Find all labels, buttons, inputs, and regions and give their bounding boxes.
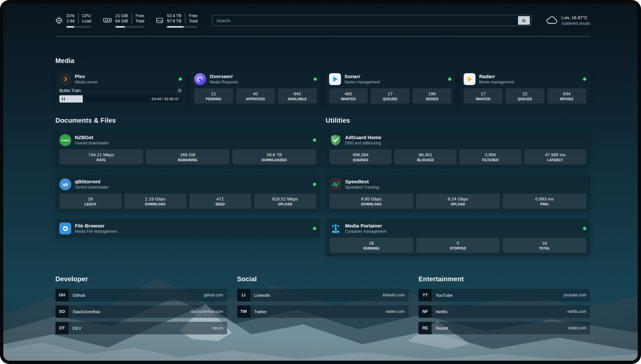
- stat-downloaded: 39.6 TB DOWNLOADED: [232, 149, 316, 165]
- stat-wanted: 485 WANTED: [329, 88, 368, 104]
- bookmark-twitter[interactable]: TW Twitter twitter.com: [237, 305, 409, 318]
- stat-label: DOWNLOAD: [126, 202, 185, 206]
- portainer-card[interactable]: Media Portainer Container management 16 …: [326, 219, 591, 256]
- qbittorrent-stats: 16 LEECH 1.19 Gbps DOWNLOAD 471 SEED: [59, 194, 316, 209]
- stat-label: LATENCY: [526, 158, 585, 162]
- overseerr-status-dot: [314, 77, 317, 81]
- stat-queued: 22 QUEUED: [505, 88, 544, 104]
- disk-total-label: Total: [189, 18, 198, 24]
- filebrowser-card-header: File Browser Media File Management: [59, 223, 316, 234]
- stat-available: 945 AVAILABLE: [278, 88, 317, 104]
- weather-condition: scattered clouds: [562, 21, 590, 26]
- stat-label: QUERIES: [331, 158, 390, 162]
- qbittorrent-card-header: qb qBittorrent Torrent downloader: [59, 178, 316, 190]
- dashboard-content: 31% 2.94 CPU Load: [3, 3, 638, 334]
- sonarr-title: Sonarr: [345, 73, 380, 80]
- bookmark-group-title: Developer: [55, 275, 227, 283]
- now-playing-title: Bullet Train: [59, 88, 81, 93]
- bookmark-netflix[interactable]: NF Netflix netflix.com: [418, 305, 590, 318]
- stat-value: 86,401: [396, 152, 455, 157]
- plex-now-playing-row: Bullet Train ⚙: [59, 88, 182, 93]
- stat-approved: 40 APPROVED: [236, 88, 275, 104]
- portainer-stats: 16 RUNNING 0 STOPPED 16 TOTAL: [330, 238, 587, 253]
- stat-label: FILTERED: [461, 158, 520, 162]
- disk-total-value: 97.9 TB: [167, 18, 181, 24]
- bookmark-github[interactable]: GH Github github.com: [55, 289, 227, 301]
- radarr-stats: 17 WANTED 22 QUEUED 834 MOVIES: [464, 88, 586, 104]
- bookmark-name: LinkedIn: [254, 293, 270, 298]
- stat-label: RUNNING: [331, 247, 412, 250]
- stat-running: 16 RUNNING: [330, 238, 413, 253]
- bookmark-url: twitter.com: [386, 309, 405, 314]
- search-bar: G: [212, 15, 531, 26]
- bookmark-name: Twitter: [254, 309, 267, 314]
- bookmark-url: youtube.com: [564, 293, 586, 297]
- stat-series: 196 SERIES: [412, 88, 451, 104]
- cpu-labels: CPU Load: [78, 13, 91, 24]
- bookmark-stackoverflow[interactable]: SO StackOverflow stackoverflow.com: [55, 305, 227, 318]
- sonarr-card[interactable]: Sonarr Series management 485 WANTED: [325, 70, 456, 107]
- play-triangle-icon: [468, 76, 472, 82]
- plex-chevron-icon: [62, 77, 67, 81]
- radarr-card[interactable]: Radarr Movie management 17 WANTED 2: [460, 70, 590, 107]
- qbittorrent-card[interactable]: qb qBittorrent Torrent downloader 16 LEE…: [55, 175, 320, 212]
- disk-usage-bar: [167, 26, 198, 28]
- bookmark-name: Github: [73, 293, 85, 298]
- overseerr-icon: [194, 73, 206, 85]
- adguard-card[interactable]: AdGuard Home DNS and adblocking 498,564 …: [326, 131, 591, 168]
- stat-label: PENDING: [196, 97, 232, 101]
- overseerr-swirl-icon: [196, 75, 204, 83]
- stat-queued: 17 QUEUED: [371, 88, 410, 104]
- plex-title: Plex: [75, 73, 98, 80]
- sonarr-status-dot: [448, 77, 451, 81]
- stat-label: DOWNLOADED: [234, 158, 315, 162]
- bookmark-list: YT YouTube youtube.com NF Netflix netfli…: [418, 289, 590, 334]
- overseerr-card[interactable]: Overseerr Media Requests 21 PENDING: [190, 70, 321, 107]
- bookmark-url: reddit.com: [568, 326, 586, 330]
- system-metrics: 31% 2.94 CPU Load: [55, 13, 198, 28]
- pause-icon[interactable]: [62, 97, 65, 101]
- stat-filtered: 2,956 FILTERED: [459, 149, 521, 165]
- bookmark-name: YouTube: [436, 293, 452, 298]
- bookmark-linkedin[interactable]: LI LinkedIn linkedin.com: [237, 289, 409, 301]
- stat-value: 945: [279, 91, 316, 96]
- nzbget-card[interactable]: nzbget NZBGet Usenet downloader 744.21 M…: [55, 131, 320, 168]
- bookmark-list: LI LinkedIn linkedin.com TW Twitter twit…: [237, 289, 409, 318]
- cpu-values: 31% 2.94: [66, 13, 75, 24]
- gear-icon[interactable]: ⚙: [177, 88, 182, 93]
- filebrowser-card[interactable]: File Browser Media File Management: [55, 219, 320, 238]
- qbittorrent-subtitle: Torrent downloader: [75, 185, 109, 190]
- stat-label: UPLOAD: [256, 202, 315, 206]
- radarr-icon: [464, 73, 475, 85]
- overseerr-stats: 21 PENDING 40 APPROVED 945 AVAILABLE: [194, 88, 317, 104]
- section-documents: Documents & Files nzbget NZBGet Usenet d…: [55, 117, 320, 238]
- ram-free-label: Free: [136, 13, 144, 18]
- bookmark-dev[interactable]: DT DEV dev.to: [55, 322, 227, 334]
- section-utilities: Utilities Ad: [326, 117, 591, 256]
- radarr-card-header: Radarr Movie management: [464, 73, 586, 85]
- sonarr-stats: 485 WANTED 17 QUEUED 196 SERIES: [329, 88, 452, 104]
- speedtest-card[interactable]: Speedtest Speedtest Tracking 9.65 Gbps D…: [326, 175, 591, 212]
- radarr-status-dot: [583, 77, 586, 81]
- stat-value: 618.52 Mbps: [256, 197, 315, 201]
- twitter-badge-icon: TW: [237, 305, 250, 318]
- cpu-load-label: Load: [82, 18, 91, 24]
- stat-value: 17: [465, 91, 501, 96]
- stat-label: WANTED: [330, 97, 367, 101]
- adguard-subtitle: DNS and adblocking: [345, 141, 382, 146]
- stat-label: DOWNLOAD: [331, 202, 412, 206]
- plex-card[interactable]: Plex Media server Bullet Train ⚙: [55, 70, 186, 107]
- adguard-stats: 498,564 QUERIES 86,401 BLOCKED 2,956 FIL…: [330, 149, 587, 165]
- playback-progress-bar[interactable]: 24:44 / 02:06:47: [59, 95, 182, 103]
- dashboard-screen: 31% 2.94 CPU Load: [3, 3, 638, 361]
- qbittorrent-title: qBittorrent: [75, 178, 109, 185]
- search-input[interactable]: [216, 18, 518, 23]
- bookmark-reddit[interactable]: RE Reddit reddit.com: [418, 322, 590, 334]
- bookmark-list: GH Github github.com SO StackOverflow st…: [55, 289, 227, 334]
- qbittorrent-status-dot: [313, 183, 316, 186]
- bookmark-youtube[interactable]: YT YouTube youtube.com: [418, 289, 590, 301]
- weather-widget[interactable]: Lviv, 16.87°C scattered clouds: [546, 15, 590, 26]
- dev-badge-icon: DT: [55, 322, 69, 334]
- stat-value: 485: [330, 91, 367, 96]
- search-engine-button[interactable]: G: [518, 16, 530, 25]
